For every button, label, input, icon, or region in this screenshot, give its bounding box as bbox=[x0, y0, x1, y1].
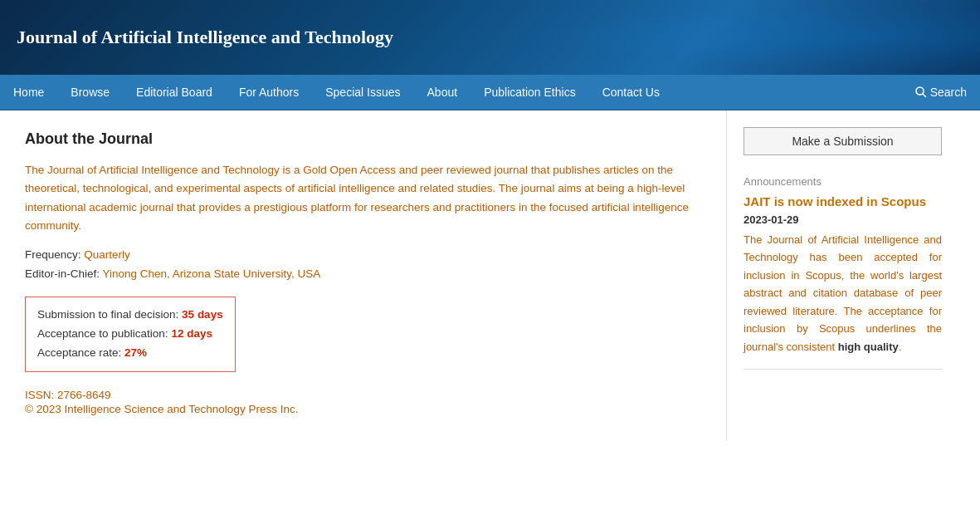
editor-line: Editor-in-Chief: Yinong Chen, Arizona St… bbox=[25, 267, 701, 280]
frequency-value: Quarterly bbox=[84, 248, 130, 261]
acceptance-rate-stat: Acceptance rate: 27% bbox=[37, 344, 223, 363]
content-area: About the Journal The Journal of Artific… bbox=[0, 110, 726, 440]
page-title: About the Journal bbox=[25, 130, 701, 148]
journal-title: Journal of Artificial Intelligence and T… bbox=[17, 27, 393, 48]
nav-search[interactable]: Search bbox=[902, 75, 980, 110]
acceptance-rate-label: Acceptance rate: bbox=[37, 346, 121, 359]
issn-value: 2766-8649 bbox=[57, 389, 111, 401]
issn-line: ISSN: 2766-8649 bbox=[25, 389, 701, 401]
nav-publication-ethics[interactable]: Publication Ethics bbox=[470, 75, 589, 110]
submission-label: Submission to final decision: bbox=[37, 308, 178, 321]
announcement-title[interactable]: JAIT is now indexed in Scopus bbox=[744, 194, 942, 208]
submission-value: 35 days bbox=[182, 308, 223, 321]
svg-point-0 bbox=[916, 87, 924, 95]
editor-label: Editor-in-Chief: bbox=[25, 267, 100, 280]
svg-line-1 bbox=[923, 94, 926, 97]
acceptance-rate-value: 27% bbox=[124, 346, 147, 359]
make-submission-button[interactable]: Make a Submission bbox=[744, 127, 942, 155]
editor-value: Yinong Chen, Arizona State University, U… bbox=[103, 267, 321, 280]
nav-editorial-board[interactable]: Editorial Board bbox=[123, 75, 226, 110]
nav-home[interactable]: Home bbox=[0, 75, 57, 110]
announcement-body: The Journal of Artificial Intelligence a… bbox=[744, 231, 942, 356]
announcements-label: Announcements bbox=[744, 175, 942, 188]
main-layout: About the Journal The Journal of Artific… bbox=[0, 110, 980, 440]
frequency-line: Frequency: Quarterly bbox=[25, 248, 701, 261]
header: Journal of Artificial Intelligence and T… bbox=[0, 0, 980, 75]
stats-box: Submission to final decision: 35 days Ac… bbox=[25, 297, 236, 372]
sidebar-divider bbox=[744, 369, 942, 370]
search-label: Search bbox=[930, 86, 967, 99]
high-quality-text: high quality bbox=[838, 341, 899, 353]
navigation: Home Browse Editorial Board For Authors … bbox=[0, 75, 980, 110]
nav-special-issues[interactable]: Special Issues bbox=[312, 75, 413, 110]
acceptance-pub-stat: Acceptance to publication: 12 days bbox=[37, 325, 223, 344]
nav-browse[interactable]: Browse bbox=[57, 75, 123, 110]
issn-label: ISSN: bbox=[25, 389, 54, 401]
frequency-label: Frequency: bbox=[25, 248, 81, 261]
nav-for-authors[interactable]: For Authors bbox=[226, 75, 312, 110]
copyright-line: © 2023 Intelligence Science and Technolo… bbox=[25, 403, 701, 415]
intro-paragraph: The Journal of Artificial Intelligence a… bbox=[25, 161, 701, 235]
acceptance-pub-label: Acceptance to publication: bbox=[37, 327, 168, 340]
announcement-date: 2023-01-29 bbox=[744, 213, 942, 226]
announcement-text: The Journal of Artificial Intelligence a… bbox=[744, 233, 942, 353]
search-icon bbox=[915, 86, 927, 98]
nav-contact-us[interactable]: Contact Us bbox=[589, 75, 673, 110]
acceptance-pub-value: 12 days bbox=[171, 327, 212, 340]
submission-stat: Submission to final decision: 35 days bbox=[37, 306, 223, 325]
nav-about[interactable]: About bbox=[414, 75, 471, 110]
sidebar: Make a Submission Announcements JAIT is … bbox=[726, 110, 958, 440]
